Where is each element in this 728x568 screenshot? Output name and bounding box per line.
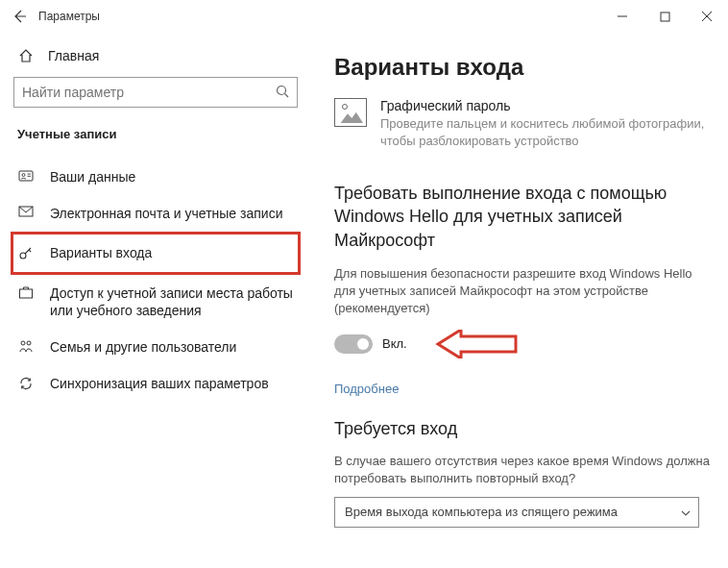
picture-password-tile[interactable]: Графический пароль Проведите пальцем и к… xyxy=(334,98,711,149)
titlebar: Параметры xyxy=(0,0,728,33)
back-button[interactable] xyxy=(0,0,38,33)
learn-more-link[interactable]: Подробнее xyxy=(334,382,399,396)
home-icon xyxy=(17,48,35,63)
require-signin-dropdown[interactable]: Время выхода компьютера из спящего режим… xyxy=(334,497,699,528)
sidebar-item-your-info[interactable]: Ваши данные xyxy=(13,159,298,195)
sync-icon xyxy=(17,375,35,391)
nav-item-label: Ваши данные xyxy=(50,168,135,185)
toggle-label: Вкл. xyxy=(382,336,407,351)
back-arrow-icon xyxy=(12,9,27,24)
search-input[interactable] xyxy=(22,85,276,100)
maximize-button[interactable] xyxy=(643,0,686,33)
nav-item-label: Варианты входа xyxy=(50,244,152,261)
nav-item-label: Электронная почта и учетные записи xyxy=(50,205,282,222)
category-heading: Учетные записи xyxy=(13,127,298,159)
hello-toggle[interactable] xyxy=(334,334,373,354)
svg-line-11 xyxy=(29,250,31,252)
sidebar: Главная Учетные записи Ваши данные Элект… xyxy=(0,33,311,568)
briefcase-icon xyxy=(17,284,35,299)
minimize-button[interactable] xyxy=(601,0,643,33)
require-signin-desc: В случае вашего отсутствия через какое в… xyxy=(334,453,711,487)
picture-icon xyxy=(334,98,367,127)
maximize-icon xyxy=(660,12,670,22)
close-icon xyxy=(701,11,713,22)
sidebar-item-family[interactable]: Семья и другие пользователи xyxy=(13,329,298,365)
svg-point-5 xyxy=(22,174,25,177)
require-signin-heading: Требуется вход xyxy=(334,419,711,439)
annotation-arrow xyxy=(434,330,519,358)
chevron-down-icon xyxy=(681,506,691,518)
svg-rect-12 xyxy=(20,289,33,298)
close-button[interactable] xyxy=(686,0,728,33)
mail-icon xyxy=(17,205,35,217)
nav-item-label: Синхронизация ваших параметров xyxy=(50,375,269,392)
user-icon xyxy=(17,168,35,183)
search-icon xyxy=(276,85,289,101)
minimize-icon xyxy=(617,11,628,22)
nav-item-label: Семья и другие пользователи xyxy=(50,338,236,356)
hello-heading: Требовать выполнение входа с помощью Win… xyxy=(334,182,711,252)
svg-point-13 xyxy=(21,341,25,345)
window-title: Параметры xyxy=(38,10,100,23)
hello-toggle-row: Вкл. xyxy=(334,330,711,358)
svg-point-14 xyxy=(27,341,31,345)
tile-title: Графический пароль xyxy=(380,98,711,113)
dropdown-value: Время выхода компьютера из спящего режим… xyxy=(345,505,618,519)
family-icon xyxy=(17,338,35,353)
svg-line-3 xyxy=(285,93,289,97)
nav-item-label: Доступ к учетной записи места работы или… xyxy=(50,284,294,319)
svg-rect-1 xyxy=(661,12,669,21)
nav-list: Ваши данные Электронная почта и учетные … xyxy=(13,159,298,402)
home-link[interactable]: Главная xyxy=(13,42,298,77)
sidebar-item-email[interactable]: Электронная почта и учетные записи xyxy=(13,195,298,232)
content-pane: Варианты входа Графический пароль Провед… xyxy=(311,33,728,568)
hello-desc: Для повышения безопасности разрешите вхо… xyxy=(334,265,711,318)
sidebar-item-sync[interactable]: Синхронизация ваших параметров xyxy=(13,365,298,402)
sidebar-item-work-access[interactable]: Доступ к учетной записи места работы или… xyxy=(13,275,298,329)
svg-point-2 xyxy=(278,86,286,94)
page-title: Варианты входа xyxy=(334,54,711,81)
window-controls xyxy=(601,0,728,33)
tile-desc: Проведите пальцем и коснитесь любимой фо… xyxy=(380,115,711,149)
key-icon xyxy=(17,244,35,260)
search-box[interactable] xyxy=(13,77,298,108)
sidebar-item-signin-options[interactable]: Варианты входа xyxy=(11,232,301,274)
home-label: Главная xyxy=(48,48,99,63)
